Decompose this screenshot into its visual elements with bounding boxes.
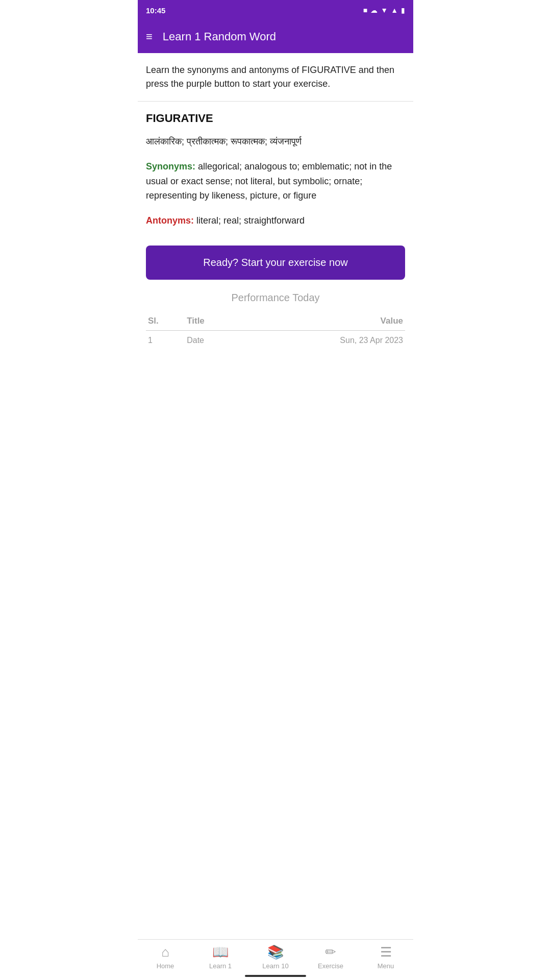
column-header-title: Title [185, 312, 288, 331]
word-section: FIGURATIVE आलंकारिक; प्रतीकात्मक; रूपकात… [138, 102, 413, 246]
performance-title: Performance Today [146, 292, 405, 304]
battery-icon: ▮ [401, 6, 405, 14]
cell-title: Date [185, 330, 288, 350]
cell-sl: 1 [146, 330, 185, 350]
table-row: 1 Date Sun, 23 Apr 2023 [146, 330, 405, 350]
antonyms-text: literal; real; straightforward [194, 215, 305, 226]
antonyms-block: Antonyms: literal; real; straightforward [146, 213, 405, 228]
app-bar: ≡ Learn 1 Random Word [138, 20, 413, 53]
wifi-icon: ▼ [381, 6, 388, 14]
intro-text: Learn the synonyms and antonyms of FIGUR… [138, 53, 413, 102]
synonyms-label: Synonyms: [146, 161, 195, 172]
status-bar: 10:45 ■ ☁ ▼ ▲ ▮ [138, 0, 413, 20]
table-header-row: Sl. Title Value [146, 312, 405, 331]
status-icons: ■ ☁ ▼ ▲ ▮ [363, 6, 405, 14]
antonyms-label: Antonyms: [146, 215, 194, 226]
signal-icon: ▲ [391, 6, 398, 14]
column-header-sl: Sl. [146, 312, 185, 331]
synonyms-block: Synonyms: allegorical; analogous to; emb… [146, 159, 405, 203]
hamburger-menu-icon[interactable]: ≡ [146, 31, 153, 42]
column-header-value: Value [288, 312, 405, 331]
hindi-translation: आलंकारिक; प्रतीकात्मक; रूपकात्मक; व्यंजन… [146, 134, 405, 149]
start-exercise-button[interactable]: Ready? Start your exercise now [146, 246, 405, 280]
cell-value: Sun, 23 Apr 2023 [288, 330, 405, 350]
performance-section: Performance Today Sl. Title Value 1 Date… [138, 292, 413, 350]
status-time: 10:45 [146, 6, 165, 15]
main-word: FIGURATIVE [146, 112, 405, 125]
performance-table: Sl. Title Value 1 Date Sun, 23 Apr 2023 [146, 312, 405, 350]
page-title: Learn 1 Random Word [163, 30, 276, 43]
notification-icon: ■ [363, 6, 367, 14]
cloud-icon: ☁ [370, 6, 378, 14]
